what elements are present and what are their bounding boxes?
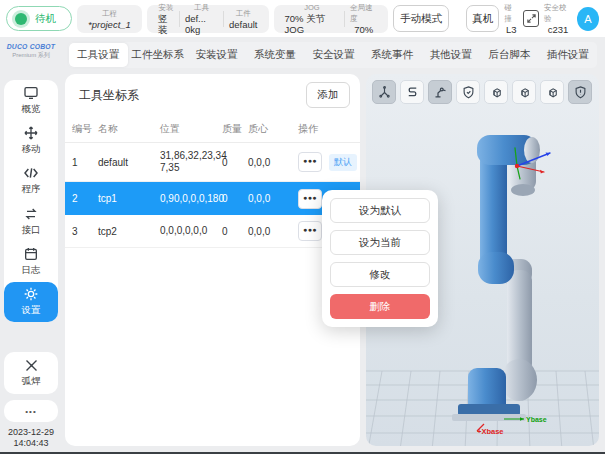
tab-install-settings[interactable]: 安装设置 <box>187 42 246 68</box>
sidebar-item-label: 设置 <box>22 304 41 317</box>
global-speed-value: 70% <box>354 24 373 35</box>
tab-system-events[interactable]: 系统事件 <box>363 42 422 68</box>
tab-safety-settings[interactable]: 安全设置 <box>304 42 363 68</box>
move-icon <box>23 125 39 141</box>
cube-view-button-2[interactable] <box>512 80 536 104</box>
panel-title: 工具坐标系 <box>79 87 139 104</box>
col-mass: 质量 <box>222 122 248 136</box>
set-default-button[interactable]: 设为默认 <box>330 198 430 223</box>
cell-centroid: 0,0,0 <box>248 193 298 204</box>
cell-mass: 0 <box>222 226 248 237</box>
robot-status-pill[interactable]: 待机 <box>6 6 72 31</box>
safety-alert-button[interactable] <box>568 80 592 104</box>
cell-position: 0,0,0,0,0,0 <box>160 225 222 237</box>
shield-check-icon <box>461 85 476 100</box>
edit-button[interactable]: 修改 <box>330 262 430 287</box>
delete-button[interactable]: 删除 <box>330 294 430 319</box>
swap-icon <box>23 206 39 222</box>
robot-arm <box>452 135 540 421</box>
calendar-icon <box>23 246 39 262</box>
shield-alert-icon <box>573 85 588 100</box>
project-chip[interactable]: 工程 *project_1 <box>77 5 142 33</box>
sidebar-item-label: 接口 <box>22 224 41 237</box>
global-speed-label: 全局速度 <box>350 2 377 24</box>
brand-logo: DUCO COBOT Premium 系列 <box>0 37 62 60</box>
col-id: 编号 <box>72 122 98 136</box>
sidebar-item-label: 移动 <box>22 143 41 156</box>
cell-id: 1 <box>72 157 98 168</box>
sidebar-item-move[interactable]: 移动 <box>4 120 58 160</box>
date-label: 2023-12-29 <box>0 427 62 438</box>
sidebar-item-program[interactable]: 程序 <box>4 161 58 201</box>
workpiece-label: 工件 <box>236 8 251 19</box>
safety-zone-button[interactable] <box>456 80 480 104</box>
x-axis-label: +Xbase <box>477 427 503 436</box>
sidebar-item-settings[interactable]: 设置 <box>4 282 58 322</box>
cell-name: tcp2 <box>98 226 160 237</box>
table-row[interactable]: 1 default 31,86,32,23,34 7,35 0 0,0,0 ●●… <box>65 143 360 182</box>
sidebar-item-log[interactable]: 日志 <box>4 241 58 281</box>
top-status-bar: 待机 工程 *project_1 安装 竖装 工具 def... 0kg 工件 … <box>0 0 605 37</box>
sidebar-item-label: 程序 <box>22 183 41 196</box>
sidebar-more-button[interactable]: ••• <box>4 400 58 422</box>
user-avatar[interactable]: A <box>577 7 599 31</box>
tool-label: 工具 <box>194 2 209 13</box>
cube-icon <box>489 85 504 100</box>
row-actions-button[interactable]: ●●● <box>298 152 322 172</box>
sidebar-nav: 概览 移动 程序 接口 日志 设置 <box>4 80 58 322</box>
fullscreen-expand-icon[interactable] <box>523 10 539 27</box>
sidebar-item-overview[interactable]: 概览 <box>4 80 58 120</box>
table-row-selected[interactable]: 2 tcp1 0,90,0,0,0,180 0 0,0,0 ●●● <box>65 182 360 215</box>
cube-view-button-3[interactable] <box>540 80 564 104</box>
sidebar-item-arc-welding[interactable]: 弧焊 <box>4 352 58 394</box>
sidebar-item-interface[interactable]: 接口 <box>4 201 58 241</box>
axes-icon <box>377 85 392 100</box>
code-icon <box>23 165 39 181</box>
tab-background-script[interactable]: 后台脚本 <box>480 42 539 68</box>
col-position: 位置 <box>160 122 222 136</box>
sidebar-item-label: 概览 <box>22 103 41 116</box>
tab-other-settings[interactable]: 其他设置 <box>421 42 480 68</box>
view-robot-button[interactable] <box>428 80 452 104</box>
cube-icon <box>545 85 560 100</box>
cell-mass: 0 <box>222 193 248 204</box>
y-axis-label: Ybase <box>526 416 547 423</box>
manual-mode-button[interactable]: 手动模式 <box>393 5 449 32</box>
real-machine-button[interactable]: 真机 <box>466 5 499 32</box>
project-value: *project_1 <box>88 19 131 30</box>
add-button[interactable]: 添加 <box>306 82 350 108</box>
cell-mass: 0 <box>222 157 248 168</box>
sidebar-item-label: 弧焊 <box>22 375 41 388</box>
collision-level: 碰撞 L3 <box>504 2 518 35</box>
tab-workpiece-coords[interactable]: 工件坐标系 <box>129 42 188 68</box>
gear-icon <box>23 286 39 302</box>
project-label: 工程 <box>102 8 117 19</box>
tool-value: def... 0kg <box>185 13 218 35</box>
row-actions-button[interactable]: ●●● <box>298 221 322 241</box>
setup-chip[interactable]: 安装 竖装 工具 def... 0kg 工件 default <box>147 5 269 33</box>
table-row[interactable]: 3 tcp2 0,0,0,0,0,0 0 0,0,0 ●●● <box>65 215 360 248</box>
tab-tool-settings[interactable]: 工具设置 <box>69 43 128 67</box>
position-line2: 7,35 <box>160 162 179 173</box>
tab-system-variables[interactable]: 系统变量 <box>246 42 305 68</box>
cell-position: 31,86,32,23,34 7,35 <box>160 150 222 174</box>
tab-plugin-settings[interactable]: 插件设置 <box>539 42 598 68</box>
workpiece-value: default <box>229 19 258 30</box>
cell-id: 3 <box>72 226 98 237</box>
default-badge: 默认 <box>329 154 357 171</box>
cube-view-button-1[interactable] <box>484 80 508 104</box>
time-label: 14:04:43 <box>0 438 62 449</box>
brand-title: DUCO COBOT <box>0 42 62 51</box>
view-axes-button[interactable] <box>372 80 396 104</box>
datetime-display: 2023-12-29 14:04:43 <box>0 427 62 449</box>
row-actions-button[interactable]: ●●● <box>298 189 322 209</box>
tool-coordinate-panel: 工具坐标系 添加 编号 名称 位置 质量 质心 操作 1 default 31,… <box>65 74 360 446</box>
collision-label: 碰撞 <box>504 2 518 24</box>
path-icon <box>405 85 420 100</box>
install-value: 竖装 <box>158 13 174 35</box>
jog-value: 70% <box>285 13 304 24</box>
settings-tabbar: 工具设置 工件坐标系 安装设置 系统变量 安全设置 系统事件 其他设置 后台脚本… <box>68 42 597 68</box>
view-path-button[interactable] <box>400 80 424 104</box>
jog-speed-chip[interactable]: JOG 70% 关节JOG 全局速度 70% <box>274 5 389 33</box>
set-current-button[interactable]: 设为当前 <box>330 230 430 255</box>
